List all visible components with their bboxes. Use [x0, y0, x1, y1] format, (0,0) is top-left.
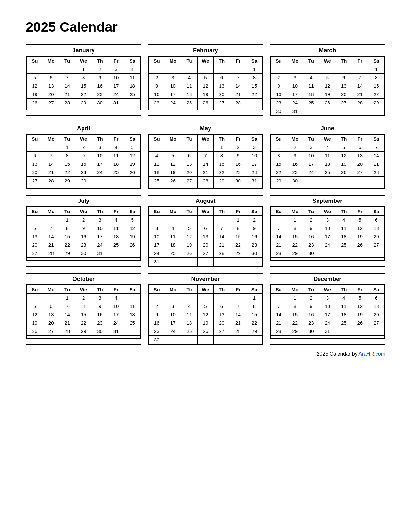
day-cell — [214, 107, 230, 110]
day-cell: 13 — [336, 82, 352, 90]
day-cell — [124, 99, 141, 107]
day-cell: 12 — [165, 160, 181, 168]
day-cell: 11 — [108, 152, 124, 160]
day-cell: 10 — [319, 224, 336, 232]
day-cell: 24 — [287, 99, 303, 107]
day-cell: 3 — [246, 143, 263, 152]
day-cell: 5 — [165, 152, 181, 160]
day-cell: 18 — [124, 82, 141, 90]
day-header-mo: Mo — [43, 285, 59, 294]
day-cell: 13 — [352, 152, 368, 160]
day-cell: 26 — [197, 99, 213, 107]
day-cell — [214, 185, 230, 188]
day-cell: 8 — [59, 152, 75, 160]
day-cell: 29 — [287, 249, 303, 258]
day-cell: 21 — [352, 90, 368, 99]
day-cell — [352, 249, 368, 258]
day-cell: 4 — [336, 294, 352, 302]
day-cell: 21 — [230, 319, 246, 327]
month-january: JanuarySuMoTuWeThFrSa1234567891011121314… — [26, 44, 141, 116]
day-cell: 13 — [368, 302, 385, 310]
week-row: 16171819202122 — [149, 90, 262, 99]
day-header-su: Su — [149, 285, 165, 294]
day-cell: 2 — [303, 294, 319, 302]
day-cell: 9 — [149, 82, 165, 90]
day-cell: 2 — [75, 143, 92, 152]
day-cell: 21 — [230, 90, 246, 99]
day-cell: 15 — [59, 232, 75, 241]
day-cell: 21 — [214, 241, 230, 249]
day-header-mo: Mo — [165, 285, 181, 294]
week-row: 18192021222324 — [149, 168, 262, 177]
day-header-sa: Sa — [246, 285, 263, 294]
footer-link[interactable]: AraHR.com — [358, 351, 385, 357]
day-cell — [368, 177, 385, 185]
day-cell: 1 — [270, 143, 287, 152]
day-header-fr: Fr — [230, 207, 246, 216]
day-cell — [303, 336, 319, 339]
week-row: 24252627282930 — [149, 249, 262, 258]
week-row: 27282930 — [27, 177, 141, 185]
day-cell: 29 — [59, 249, 75, 258]
day-cell: 29 — [75, 327, 92, 336]
month-september: SeptemberSuMoTuWeThFrSa12345678910111213… — [270, 195, 385, 267]
day-cell: 23 — [75, 168, 92, 177]
day-cell — [197, 216, 213, 224]
day-header-tu: Tu — [59, 207, 75, 216]
day-cell — [303, 258, 319, 261]
day-cell: 10 — [319, 302, 336, 310]
day-cell — [59, 185, 75, 188]
month-title-april: April — [26, 123, 141, 134]
day-cell — [108, 258, 124, 261]
day-cell: 7 — [352, 74, 368, 82]
day-cell: 1 — [287, 294, 303, 302]
day-cell: 21 — [270, 241, 287, 249]
day-cell: 9 — [270, 82, 287, 90]
day-cell: 8 — [246, 74, 263, 82]
day-header-fr: Fr — [108, 207, 124, 216]
day-cell: 12 — [27, 310, 43, 319]
day-cell: 27 — [27, 249, 43, 258]
day-header-th: Th — [336, 135, 352, 143]
day-cell — [108, 185, 124, 188]
day-cell — [43, 107, 59, 110]
day-cell — [230, 185, 246, 188]
day-cell: 24 — [108, 319, 124, 327]
week-row: 25262728293031 — [149, 177, 262, 185]
day-header-su: Su — [149, 57, 165, 65]
week-row — [27, 107, 141, 110]
day-header-tu: Tu — [181, 207, 197, 216]
day-cell: 10 — [303, 152, 319, 160]
day-cell — [352, 258, 368, 261]
day-cell: 26 — [352, 319, 368, 327]
day-cell: 5 — [124, 143, 141, 152]
day-cell — [197, 65, 213, 74]
day-header-fr: Fr — [108, 57, 124, 65]
day-cell — [246, 258, 263, 266]
day-cell — [230, 336, 246, 344]
day-cell: 11 — [181, 82, 197, 90]
month-february: FebruarySuMoTuWeThFrSa123456789101112131… — [148, 44, 263, 116]
day-cell — [27, 143, 43, 152]
week-row — [27, 258, 141, 261]
day-cell: 15 — [75, 82, 92, 90]
day-cell — [303, 177, 319, 185]
week-row: 11121314151617 — [149, 160, 262, 168]
day-cell — [230, 107, 246, 110]
week-row: 282930 — [270, 249, 384, 258]
day-cell: 3 — [92, 294, 108, 302]
day-cell: 3 — [92, 216, 108, 224]
week-row: 12131415161718 — [27, 310, 141, 319]
day-cell — [352, 327, 368, 336]
day-header-su: Su — [149, 207, 165, 216]
day-header-th: Th — [214, 57, 230, 65]
day-header-fr: Fr — [230, 57, 246, 65]
day-cell — [149, 143, 165, 152]
day-cell — [75, 185, 92, 188]
day-header-mo: Mo — [43, 57, 59, 65]
week-row: 2930 — [270, 177, 384, 185]
day-cell — [230, 65, 246, 74]
day-cell: 27 — [181, 177, 197, 185]
day-cell: 31 — [287, 107, 303, 115]
day-header-su: Su — [27, 135, 43, 143]
